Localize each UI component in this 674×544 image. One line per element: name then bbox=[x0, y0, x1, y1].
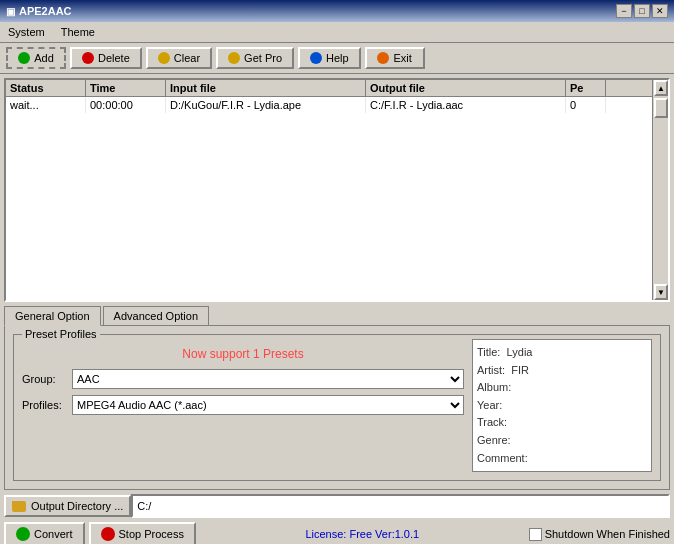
col-output: Output file bbox=[366, 80, 566, 96]
license-text: License: Free Ver:1.0.1 bbox=[200, 528, 525, 540]
tag-title-value: Lydia bbox=[507, 346, 533, 358]
tag-title-row: Title: Lydia bbox=[477, 344, 647, 362]
tag-genre-row: Genre: bbox=[477, 432, 647, 450]
tag-artist-value: FIR bbox=[511, 364, 529, 376]
col-status: Status bbox=[6, 80, 86, 96]
toolbar: Add Delete Clear Get Pro Help Exit bbox=[0, 43, 674, 74]
app-icon: ▣ bbox=[6, 6, 15, 17]
shutdown-checkbox[interactable] bbox=[529, 528, 542, 541]
support-text: Now support 1 Presets bbox=[22, 339, 464, 369]
profiles-select[interactable]: MPEG4 Audio AAC (*.aac) bbox=[72, 395, 464, 415]
exit-icon bbox=[377, 52, 389, 64]
profiles-label-text: Profiles: bbox=[22, 399, 72, 411]
preset-layout: Now support 1 Presets Group: AAC Profile… bbox=[22, 339, 652, 472]
convert-icon bbox=[16, 527, 30, 541]
window-controls: − □ ✕ bbox=[616, 4, 668, 18]
tag-comment-label: Comment: bbox=[477, 452, 528, 464]
menu-theme[interactable]: Theme bbox=[57, 24, 99, 40]
bottom-bar: Convert Stop Process License: Free Ver:1… bbox=[4, 522, 670, 544]
close-button[interactable]: ✕ bbox=[652, 4, 668, 18]
title-bar: ▣ APE2AAC − □ ✕ bbox=[0, 0, 674, 22]
tab-content-general: Preset Profiles Now support 1 Presets Gr… bbox=[4, 325, 670, 490]
tag-genre-label: Genre: bbox=[477, 434, 511, 446]
clear-icon bbox=[158, 52, 170, 64]
add-icon bbox=[18, 52, 30, 64]
col-pe: Pe bbox=[566, 80, 606, 96]
group-field-row: Group: AAC bbox=[22, 369, 464, 389]
file-list-container: Status Time Input file Output file Pe wa… bbox=[4, 78, 670, 302]
tag-artist-row: Artist: FIR bbox=[477, 362, 647, 380]
tab-area: General Option Advanced Option Preset Pr… bbox=[4, 306, 670, 490]
table-row[interactable]: wait... 00:00:00 D:/KuGou/F.I.R - Lydia.… bbox=[6, 97, 668, 113]
help-icon bbox=[310, 52, 322, 64]
stop-icon bbox=[101, 527, 115, 541]
tag-comment-row: Comment: bbox=[477, 450, 647, 468]
folder-icon bbox=[12, 501, 26, 512]
maximize-button[interactable]: □ bbox=[634, 4, 650, 18]
scroll-thumb[interactable] bbox=[654, 98, 668, 118]
tag-artist-label: Artist: bbox=[477, 364, 505, 376]
preset-left: Now support 1 Presets Group: AAC Profile… bbox=[22, 339, 464, 472]
tab-advanced[interactable]: Advanced Option bbox=[103, 306, 209, 325]
tag-track-row: Track: bbox=[477, 414, 647, 432]
shutdown-area: Shutdown When Finished bbox=[529, 528, 670, 541]
scroll-down-button[interactable]: ▼ bbox=[654, 284, 668, 300]
help-button[interactable]: Help bbox=[298, 47, 361, 69]
row-time: 00:00:00 bbox=[86, 97, 166, 113]
group-select[interactable]: AAC bbox=[72, 369, 464, 389]
scrollbar[interactable]: ▲ ▼ bbox=[652, 80, 668, 300]
scroll-up-button[interactable]: ▲ bbox=[654, 80, 668, 96]
getpro-icon bbox=[228, 52, 240, 64]
col-time: Time bbox=[86, 80, 166, 96]
app-title: APE2AAC bbox=[19, 5, 72, 17]
tag-year-label: Year: bbox=[477, 399, 502, 411]
menu-bar: System Theme bbox=[0, 22, 674, 43]
tag-title-label: Title: bbox=[477, 346, 500, 358]
stop-process-button[interactable]: Stop Process bbox=[89, 522, 196, 544]
tabs: General Option Advanced Option bbox=[4, 306, 670, 325]
row-output: C:/F.I.R - Lydia.aac bbox=[366, 97, 566, 113]
group-box-label: Preset Profiles bbox=[22, 328, 100, 340]
add-button[interactable]: Add bbox=[6, 47, 66, 69]
delete-button[interactable]: Delete bbox=[70, 47, 142, 69]
tag-track-label: Track: bbox=[477, 416, 507, 428]
tag-year-row: Year: bbox=[477, 397, 647, 415]
tag-album-label: Album: bbox=[477, 381, 511, 393]
row-pe: 0 bbox=[566, 97, 606, 113]
tag-info-panel: Title: Lydia Artist: FIR Album: Year: bbox=[472, 339, 652, 472]
output-dir-button[interactable]: Output Directory ... bbox=[4, 495, 131, 517]
minimize-button[interactable]: − bbox=[616, 4, 632, 18]
row-status: wait... bbox=[6, 97, 86, 113]
menu-system[interactable]: System bbox=[4, 24, 49, 40]
group-label-text: Group: bbox=[22, 373, 72, 385]
output-dir-input[interactable] bbox=[131, 494, 670, 518]
tab-general[interactable]: General Option bbox=[4, 306, 101, 326]
clear-button[interactable]: Clear bbox=[146, 47, 212, 69]
convert-button[interactable]: Convert bbox=[4, 522, 85, 544]
profiles-field-row: Profiles: MPEG4 Audio AAC (*.aac) bbox=[22, 395, 464, 415]
output-dir-bar: Output Directory ... bbox=[4, 494, 670, 518]
preset-profiles-group: Preset Profiles Now support 1 Presets Gr… bbox=[13, 334, 661, 481]
file-list-header: Status Time Input file Output file Pe bbox=[6, 80, 668, 97]
delete-icon bbox=[82, 52, 94, 64]
row-input: D:/KuGou/F.I.R - Lydia.ape bbox=[166, 97, 366, 113]
getpro-button[interactable]: Get Pro bbox=[216, 47, 294, 69]
exit-button[interactable]: Exit bbox=[365, 47, 425, 69]
shutdown-label: Shutdown When Finished bbox=[545, 528, 670, 540]
tag-album-row: Album: bbox=[477, 379, 647, 397]
col-input: Input file bbox=[166, 80, 366, 96]
